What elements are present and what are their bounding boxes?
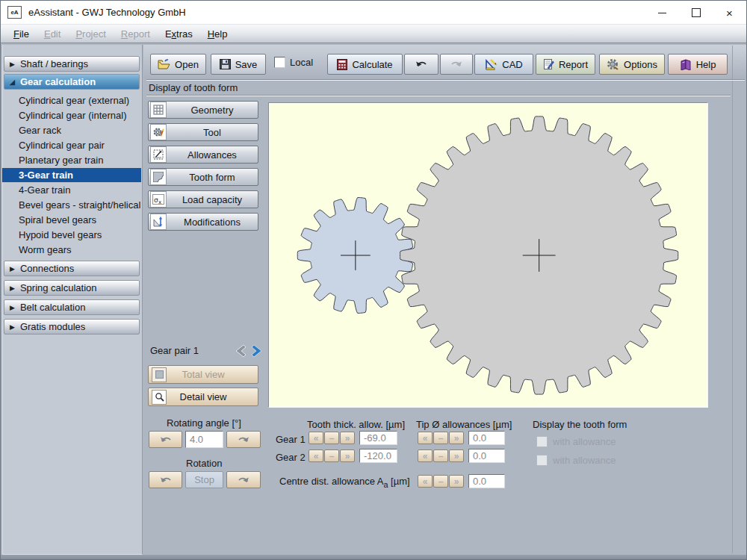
gear2-tip-next-button[interactable]: » [449, 449, 464, 462]
sidebar-item-planetary-gear-train[interactable]: Planetary gear train [2, 153, 141, 167]
rotate-cw-step-button[interactable] [226, 431, 261, 448]
gear1-tip-allowance-input[interactable] [468, 431, 505, 445]
sidebar-item-worm-gears[interactable]: Worm gears [2, 243, 141, 257]
tool-button[interactable]: Tool [148, 123, 258, 141]
sidebar-section-gratis-modules[interactable]: ▶ Gratis modules [4, 319, 140, 335]
sidebar-section-shaft-bearings[interactable]: ▶ Shaft / bearings [4, 56, 140, 72]
chevron-right-icon: ▶ [10, 284, 15, 292]
sidebar-item-hypoid-bevel-gears[interactable]: Hypoid bevel gears [2, 228, 141, 242]
item-label: Cylindrical gear (internal) [19, 110, 127, 121]
detail-view-button[interactable]: Detail view [148, 388, 258, 406]
close-icon: × [726, 7, 733, 19]
sidebar-item-bevel-gears[interactable]: Bevel gears - straight/helical [2, 198, 141, 212]
button-label: Save [235, 59, 258, 70]
sidebar-item-3-gear-train[interactable]: 3-Gear train [2, 168, 141, 182]
gear2-tooth-next-button[interactable]: » [340, 449, 355, 462]
centre-prev-button[interactable]: « [418, 475, 433, 488]
report-button[interactable]: Report [536, 54, 595, 75]
sidebar-item-cylindrical-gear-pair[interactable]: Cylindrical gear pair [2, 138, 141, 152]
svg-text:x: x [158, 199, 161, 205]
chevron-right-icon [249, 343, 267, 359]
save-button[interactable]: Save [211, 54, 266, 75]
gear2-tooth-mid-button[interactable]: – [324, 449, 339, 462]
sidebar-item-cylindrical-gear-external[interactable]: Cylindrical gear (external) [2, 93, 141, 108]
gear1-tip-prev-button[interactable]: « [418, 432, 433, 444]
menu-extras[interactable]: Extras [158, 27, 199, 41]
minimize-button[interactable] [645, 1, 679, 25]
chevron-expanded-icon: ◢ [10, 78, 15, 86]
local-checkbox[interactable] [274, 57, 285, 68]
item-label: Gear rack [19, 125, 61, 136]
close-button[interactable]: × [713, 1, 746, 25]
label-text: Centre dist. allowance A [279, 476, 383, 487]
gear1-tooth-mid-button[interactable]: – [324, 432, 339, 444]
sidebar-section-spring-calculation[interactable]: ▶ Spring calculation [4, 280, 140, 296]
rotate-ccw-icon [159, 475, 173, 485]
sidebar-item-gear-rack[interactable]: Gear rack [2, 123, 141, 137]
rotation-cw-button[interactable] [226, 471, 261, 488]
options-button[interactable]: Options [599, 54, 665, 75]
load-capacity-button[interactable]: σ x Load capacity [148, 190, 258, 208]
gear-pair-next-button[interactable] [249, 343, 267, 359]
geometry-button[interactable]: Geometry [148, 101, 258, 119]
rotation-ccw-button[interactable] [149, 471, 182, 488]
open-button[interactable]: Open [150, 54, 206, 75]
item-label: Planetary gear train [19, 155, 103, 166]
gear1-tip-mid-button[interactable]: – [433, 432, 448, 444]
allowances-button[interactable]: Allowances [148, 146, 258, 164]
rotate-ccw-step-button[interactable] [149, 431, 182, 448]
chevron-left-icon [231, 343, 249, 359]
gear1-tooth-next-button[interactable]: » [340, 432, 355, 444]
centre-mid-button[interactable]: – [433, 475, 448, 488]
app-window: eA eAssistant - GWJ Technology GmbH × Fi… [0, 0, 747, 560]
gear2-tooth-allowance-input[interactable] [359, 449, 397, 463]
gear2-tip-mid-button[interactable]: – [433, 449, 448, 462]
with-allowance-checkbox-2 [536, 455, 548, 466]
gear2-tip-allowance-input[interactable] [468, 449, 505, 463]
sidebar-section-connections[interactable]: ▶ Connections [4, 261, 140, 276]
maximize-button[interactable] [679, 1, 713, 25]
report-icon [543, 58, 554, 70]
gear1-tip-next-button[interactable]: » [449, 432, 464, 444]
item-label: Cylindrical gear (external) [19, 95, 129, 106]
allowances-chart-icon [150, 146, 167, 163]
display-tooth-form-label: Display the tooth form [533, 419, 627, 430]
gear1-tooth-prev-button[interactable]: « [309, 432, 323, 444]
centre-next-button[interactable]: » [449, 475, 464, 488]
options-gear-icon [607, 58, 619, 70]
chevron-right-icon: ▶ [10, 304, 15, 311]
gear2-tooth-prev-button[interactable]: « [309, 449, 323, 462]
total-view-button: Total view [148, 365, 258, 384]
geometry-grid-icon [150, 102, 167, 118]
gear1-tooth-allowance-input[interactable] [359, 431, 397, 445]
section-label: Gratis modules [20, 321, 85, 332]
modifications-button[interactable]: Modifications [148, 213, 258, 231]
sidebar-item-4-gear-train[interactable]: 4-Gear train [2, 183, 141, 197]
section-label: Shaft / bearings [20, 58, 88, 69]
checkbox-label: with allowance [553, 436, 616, 447]
button-label: Open [175, 59, 199, 70]
tooth-form-button[interactable]: Tooth form [148, 168, 258, 186]
rotate-ccw-icon [159, 435, 173, 445]
item-label: Hypoid bevel gears [19, 229, 102, 240]
centre-dist-allowance-input[interactable] [468, 474, 505, 488]
cad-button[interactable]: CAD [474, 54, 533, 75]
tip-allowances-label: Tip Ø allowances [µm] [416, 419, 512, 430]
button-label: Options [624, 59, 657, 70]
sidebar-section-belt-calculation[interactable]: ▶ Belt calculation [4, 299, 140, 315]
local-label: Local [290, 57, 313, 68]
gear2-tip-prev-button[interactable]: « [418, 449, 433, 462]
sidebar-item-cylindrical-gear-internal[interactable]: Cylindrical gear (internal) [2, 108, 141, 122]
rotation-stop-button: Stop [185, 471, 223, 488]
gear-canvas-svg [269, 103, 707, 407]
rotating-angle-input[interactable] [185, 431, 223, 448]
sidebar-section-gear-calculation[interactable]: ◢ Gear calculation [4, 74, 140, 90]
detail-view-magnifier-icon [152, 390, 167, 405]
undo-button[interactable] [404, 54, 438, 75]
calculator-icon [337, 59, 347, 70]
menu-help[interactable]: Help [201, 27, 235, 41]
menu-file[interactable]: File [7, 27, 36, 41]
sidebar-item-spiral-bevel-gears[interactable]: Spiral bevel gears [2, 213, 141, 227]
calculate-button[interactable]: Calculate [327, 54, 403, 75]
help-button[interactable]: Help [668, 54, 728, 75]
